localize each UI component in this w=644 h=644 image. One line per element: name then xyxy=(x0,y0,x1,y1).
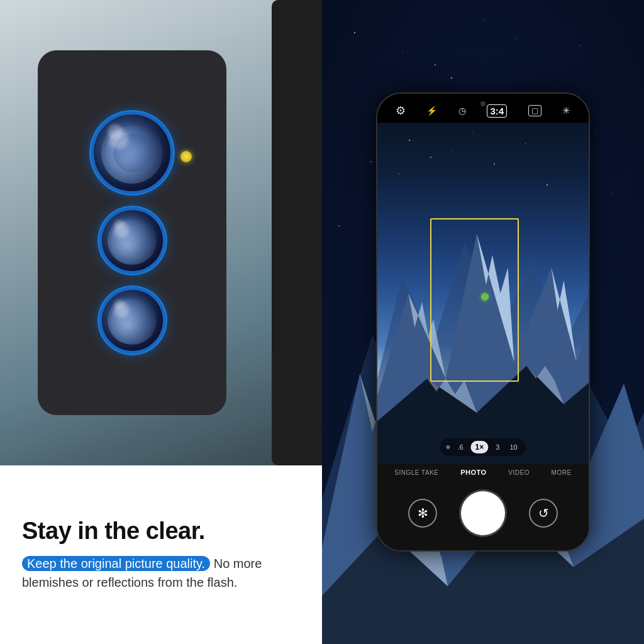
mode-video[interactable]: VIDEO xyxy=(508,469,530,476)
lens-bottom xyxy=(99,287,165,353)
zoom-1x[interactable]: 1× xyxy=(471,441,489,453)
vf-star-1 xyxy=(409,140,410,141)
shutter-area: ✻ ↺ xyxy=(377,481,589,550)
zoom-06[interactable]: .6 xyxy=(455,442,465,452)
vf-star-4 xyxy=(525,143,526,144)
magic-icon[interactable]: ✳ xyxy=(562,105,570,116)
vf-star-2 xyxy=(452,150,452,150)
timer-icon[interactable]: ◷ xyxy=(458,106,466,116)
camera-ui: ⚙ ⚡ ◷ 3:4 ▢ ✳ xyxy=(377,94,589,550)
body-text: Keep the original picture quality. No mo… xyxy=(22,554,300,592)
flash-led xyxy=(180,151,192,162)
phone-frame: ⚙ ⚡ ◷ 3:4 ▢ ✳ xyxy=(376,92,590,552)
lens-top xyxy=(91,112,173,194)
zoom-10[interactable]: 10 xyxy=(507,442,519,452)
zoom-3[interactable]: 3 xyxy=(493,442,502,452)
mode-single-take[interactable]: SINGLE TAKE xyxy=(394,469,438,476)
mode-bar: SINGLE TAKE PHOTO VIDEO MORE xyxy=(377,464,589,481)
settings-icon[interactable]: ⚙ xyxy=(396,104,406,118)
flip-icon: ↺ xyxy=(538,506,549,521)
focus-dot xyxy=(481,293,489,301)
effects-icon: ✻ xyxy=(418,506,428,521)
vf-star-7 xyxy=(399,174,399,174)
mode-photo[interactable]: PHOTO xyxy=(460,469,486,476)
camera-section xyxy=(0,0,322,465)
flash-icon[interactable]: ⚡ xyxy=(426,106,437,116)
focus-box xyxy=(430,218,519,382)
headline: Stay in the clear. xyxy=(22,518,300,545)
lens-middle xyxy=(99,208,165,274)
highlight-text: Keep the original picture quality. xyxy=(22,556,210,571)
zoom-dot-indicator xyxy=(446,445,450,449)
flip-camera-button[interactable]: ↺ xyxy=(529,499,558,528)
vf-star-6 xyxy=(472,133,473,133)
zoom-bar[interactable]: .6 1× 3 10 xyxy=(440,438,526,456)
shutter-button[interactable] xyxy=(461,491,505,535)
right-panel: ⚙ ⚡ ◷ 3:4 ▢ ✳ xyxy=(322,0,644,644)
ratio-badge[interactable]: 3:4 xyxy=(487,104,507,118)
vf-star-5 xyxy=(547,184,548,186)
vf-star-3 xyxy=(494,164,495,165)
viewfinder: .6 1× 3 10 xyxy=(377,123,589,464)
phone-notch xyxy=(480,101,486,106)
left-panel: Stay in the clear. Keep the original pic… xyxy=(0,0,322,644)
effects-button[interactable]: ✻ xyxy=(408,499,437,528)
vf-star-8 xyxy=(430,157,431,158)
camera-toolbar: ⚙ ⚡ ◷ 3:4 ▢ ✳ xyxy=(377,94,589,123)
text-section: Stay in the clear. Keep the original pic… xyxy=(0,465,322,644)
mode-more[interactable]: MORE xyxy=(552,469,572,476)
crop-icon[interactable]: ▢ xyxy=(528,105,541,116)
